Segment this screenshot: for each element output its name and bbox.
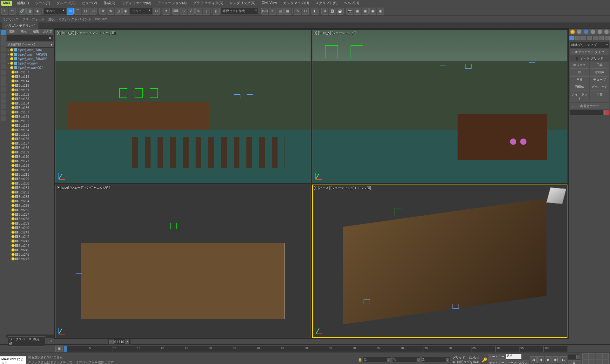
visibility-bulb-icon[interactable] <box>11 199 15 203</box>
tree-row[interactable]: Box231 <box>6 185 54 190</box>
viewport-tl-label[interactable]: [+] [inner_C] [シェーディング + エッジ面] <box>57 31 115 35</box>
set-key-icon-button[interactable]: 🔑 <box>482 357 487 362</box>
subcategory-systems-icon[interactable] <box>605 36 610 40</box>
object-name-input[interactable] <box>570 110 604 115</box>
rail-icon-9[interactable] <box>1 76 6 81</box>
viewport-bl-label[interactable]: [+] [side] [シェーディング + エッジ面] <box>57 185 110 190</box>
angle-snap-button[interactable]: ∠ <box>188 8 195 15</box>
visibility-bulb-icon[interactable] <box>11 177 15 180</box>
render-frame-button[interactable]: 🖼 <box>329 8 336 15</box>
visibility-bulb-icon[interactable] <box>11 119 15 123</box>
menu-item[interactable]: カスタマイズ(U) <box>280 0 312 6</box>
tree-collapse-icon[interactable]: ▸ <box>7 49 10 51</box>
render-button[interactable]: ☕ <box>337 8 344 15</box>
rail-icon-8[interactable] <box>1 70 6 75</box>
key-filters-button[interactable]: キーフィルタ... <box>506 360 529 364</box>
next-frame-button[interactable]: ▶| <box>553 356 560 363</box>
tree-row[interactable]: Box163 <box>6 123 54 128</box>
create-category-icon[interactable] <box>570 30 575 34</box>
ribbon-tab-modeling[interactable]: モデリング <box>3 17 18 22</box>
scene-tab-display[interactable]: 表示 <box>18 29 30 34</box>
visibility-bulb-icon[interactable] <box>11 71 15 74</box>
ribbon-tab-objectpaint[interactable]: オブジェクト ペイント <box>58 17 91 22</box>
setkey-button[interactable]: セット キー <box>488 360 506 364</box>
visibility-bulb-icon[interactable] <box>11 124 15 127</box>
tree-row[interactable]: Box236 <box>6 208 54 212</box>
keyboard-shortcut-button[interactable]: ⌨ <box>172 8 179 15</box>
tree-row[interactable]: Box165 <box>6 132 54 137</box>
visibility-bulb-icon[interactable] <box>11 239 15 243</box>
visibility-bulb-icon[interactable] <box>11 146 15 149</box>
tree-row[interactable]: Box161 <box>6 114 54 119</box>
visibility-bulb-icon[interactable] <box>11 128 15 131</box>
visibility-bulb-icon[interactable] <box>10 62 13 65</box>
percent-snap-button[interactable]: % <box>195 8 202 15</box>
menu-item[interactable]: モディファイヤ(M) <box>118 0 155 6</box>
primitive-button[interactable]: 平面 <box>590 91 609 102</box>
subcategory-helpers-icon[interactable] <box>593 36 598 40</box>
tree-row[interactable]: Box151 <box>6 88 54 92</box>
timeline-scrubber[interactable] <box>64 346 67 352</box>
visibility-bulb-icon[interactable] <box>11 79 15 83</box>
visibility-bulb-icon[interactable] <box>11 182 15 185</box>
mirror-button[interactable]: ▷◁ <box>261 8 268 15</box>
schematic-view-button[interactable]: ⊡ <box>302 8 309 15</box>
zoom-extents-all-button[interactable] <box>602 353 609 360</box>
tree-row[interactable]: Box234 <box>6 199 54 203</box>
tree-row[interactable]: ▸biped_women <box>6 61 54 65</box>
rail-icon-15[interactable] <box>1 110 6 115</box>
render-preset1-button[interactable]: ▣ <box>354 8 361 15</box>
autokey-button[interactable]: オート キー <box>488 354 506 360</box>
subcategory-shapes-icon[interactable] <box>575 36 580 40</box>
tree-collapse-icon[interactable]: ▸ <box>7 62 10 65</box>
visibility-bulb-icon[interactable] <box>11 235 15 238</box>
tree-collapse-icon[interactable]: ▸ <box>7 53 10 56</box>
ribbon-tab-freeform[interactable]: フリーフォーム <box>22 17 44 22</box>
visibility-bulb-icon[interactable] <box>11 248 15 252</box>
frame-next-button[interactable]: > <box>125 340 129 344</box>
tree-row[interactable]: Box177 <box>6 159 54 163</box>
workspace-settings-icon[interactable]: ⋮≡ <box>47 340 52 343</box>
fov-button[interactable] <box>582 360 589 364</box>
frame-navigator[interactable]: < 0 / 110 > <box>108 339 131 345</box>
viewport-br-label[interactable]: [+] [パース] [シェーディング + エッジ面] <box>314 186 371 190</box>
rail-icon-5[interactable] <box>1 53 6 58</box>
orbit-button[interactable] <box>596 360 602 364</box>
menu-item[interactable]: ビュー(V) <box>79 0 100 6</box>
tree-row[interactable]: Box239 <box>6 221 54 226</box>
zoom-extents-button[interactable] <box>596 353 602 360</box>
menu-item[interactable]: グラフ エディタ(D) <box>190 0 226 6</box>
visibility-bulb-icon[interactable] <box>11 106 15 109</box>
object-color-swatch[interactable] <box>604 110 609 115</box>
window-crossing-button[interactable]: ⊞ <box>90 8 97 15</box>
rail-icon-12[interactable] <box>1 93 6 98</box>
viewport-top-left[interactable]: [+] [inner_C] [シェーディング + エッジ面] <box>55 30 311 183</box>
viewport-bottom-right[interactable]: [+] [パース] [シェーディング + エッジ面] <box>312 185 568 338</box>
tree-row[interactable]: Box114 <box>6 79 54 83</box>
timeline-mode-button[interactable]: ⊞ <box>55 346 63 352</box>
tree-row[interactable]: Box162 <box>6 119 54 123</box>
move-button[interactable]: ✥ <box>99 8 106 15</box>
visibility-bulb-icon[interactable] <box>10 48 13 51</box>
tree-row[interactable]: Box169 <box>6 150 54 154</box>
tree-row[interactable]: Box153 <box>6 97 54 101</box>
primitive-button[interactable]: 円環体 <box>570 84 589 91</box>
visibility-bulb-icon[interactable] <box>11 88 15 91</box>
autogrid-checkbox[interactable] <box>576 57 579 60</box>
hierarchy-category-icon[interactable] <box>584 30 588 34</box>
visibility-bulb-icon[interactable] <box>10 66 13 69</box>
play-button[interactable]: ▶ <box>545 356 552 363</box>
menu-item[interactable]: 作成(C) <box>100 0 118 6</box>
rotate-button[interactable]: ⟲ <box>107 8 114 15</box>
tree-row[interactable]: Box244 <box>6 243 54 248</box>
tree-row[interactable]: Box242 <box>6 234 54 239</box>
visibility-bulb-icon[interactable] <box>11 168 15 172</box>
render-preset3-button[interactable]: ▣ <box>369 8 376 15</box>
ribbon-tab-selection[interactable]: 選択 <box>48 17 55 22</box>
tree-row[interactable]: Box113 <box>6 74 54 79</box>
frame-prev-button[interactable]: < <box>109 340 114 344</box>
primitive-class-dropdown[interactable]: 標準プリミティブ <box>570 42 609 48</box>
motion-category-icon[interactable] <box>591 30 595 34</box>
menu-item[interactable]: 編集(E) <box>14 0 32 6</box>
time-tag-label[interactable]: 時間タグを追加 <box>457 360 479 364</box>
